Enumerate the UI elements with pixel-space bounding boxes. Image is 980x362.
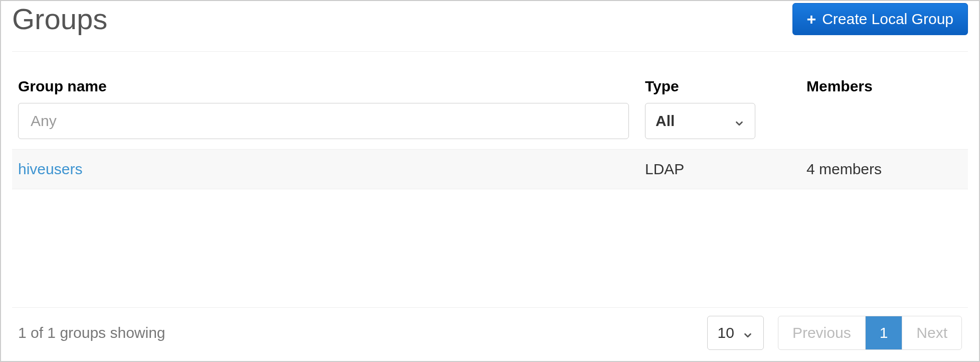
column-header-type: Type bbox=[645, 78, 790, 95]
filter-row: Group name Type All Members bbox=[12, 52, 968, 149]
group-name-filter-input[interactable] bbox=[18, 103, 629, 139]
cell-members: 4 members bbox=[806, 161, 962, 178]
page-size-value: 10 bbox=[718, 324, 734, 341]
column-header-members: Members bbox=[806, 78, 962, 95]
pager-next[interactable]: Next bbox=[902, 316, 961, 349]
pager-previous[interactable]: Previous bbox=[778, 316, 865, 349]
chevron-down-icon bbox=[742, 327, 753, 338]
column-group-name: Group name bbox=[18, 78, 629, 139]
status-text: 1 of 1 groups showing bbox=[18, 324, 693, 341]
table-footer: 1 of 1 groups showing 10 Previous 1 Next bbox=[12, 307, 968, 350]
cell-group-name: hiveusers bbox=[18, 161, 629, 178]
page-header: Groups + Create Local Group bbox=[12, 1, 968, 52]
page-size-select[interactable]: 10 bbox=[707, 316, 764, 350]
column-type: Type All bbox=[645, 78, 790, 139]
page-title: Groups bbox=[12, 3, 107, 35]
cell-type: LDAP bbox=[645, 161, 790, 178]
plus-icon: + bbox=[807, 11, 816, 27]
chevron-down-icon bbox=[734, 115, 745, 127]
pagination: Previous 1 Next bbox=[778, 316, 962, 350]
group-name-link[interactable]: hiveusers bbox=[18, 161, 82, 177]
type-filter-value: All bbox=[656, 112, 675, 130]
table-row: hiveusers LDAP 4 members bbox=[12, 149, 968, 189]
groups-page: Groups + Create Local Group Group name T… bbox=[0, 0, 980, 362]
create-local-group-button[interactable]: + Create Local Group bbox=[792, 3, 968, 35]
column-members: Members bbox=[806, 78, 962, 139]
column-header-name: Group name bbox=[18, 78, 629, 95]
pager-page-1[interactable]: 1 bbox=[865, 316, 902, 349]
type-filter-select[interactable]: All bbox=[645, 103, 755, 139]
create-button-label: Create Local Group bbox=[822, 11, 953, 28]
